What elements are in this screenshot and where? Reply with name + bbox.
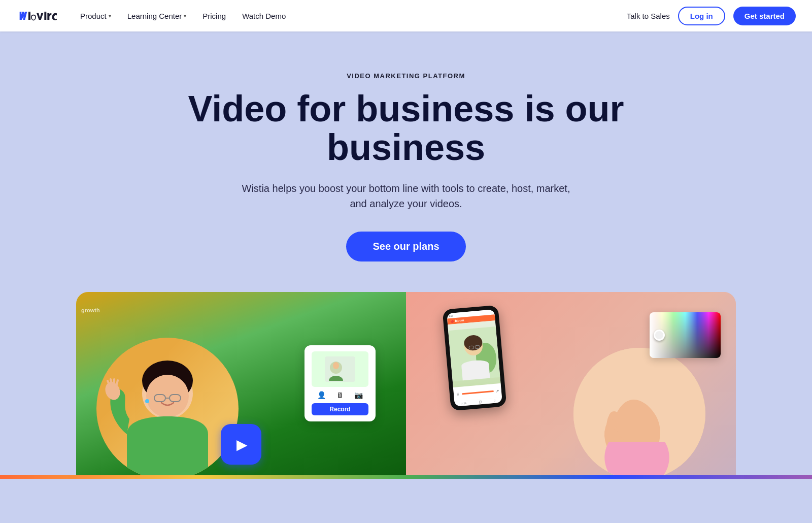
navbar: Product ▾ Learning Center ▾ Pricing Watc… [0, 0, 812, 31]
phone-screen: 2:15 🔴 bloom [447, 309, 502, 406]
hero-subtitle: Wistia helps you boost your bottom line … [233, 181, 579, 211]
svg-line-10 [117, 380, 118, 384]
growth-label: growth [81, 307, 100, 313]
video-showcase-section: growth [0, 292, 812, 475]
person-illustration-left [101, 348, 233, 475]
gradient-bar [0, 475, 812, 479]
video-container: growth [76, 292, 736, 475]
phone-like: ♡ 24 [461, 402, 466, 405]
person-illustration-right [573, 348, 705, 475]
record-button[interactable]: Record [312, 403, 368, 415]
phone-video-person [448, 320, 500, 387]
person-circle-left [96, 338, 239, 475]
nav-actions: Talk to Sales Log in Get started [627, 7, 796, 25]
color-picker-widget [650, 312, 721, 358]
svg-line-8 [111, 379, 112, 383]
hero-title: Video for business is our business [127, 90, 685, 167]
person-circle-right [573, 348, 705, 475]
record-card-thumbnail [312, 351, 368, 387]
bloom-logo: bloom [455, 319, 464, 323]
record-thumbnail-image [325, 356, 355, 382]
hero-section: VIDEO MARKETING PLATFORM Video for busin… [0, 31, 812, 292]
camera-icon: 📷 [354, 391, 363, 399]
phone-share: ⤴ [494, 399, 496, 402]
chevron-down-icon: ▾ [109, 13, 111, 19]
screen-icon: 🖥 [336, 391, 344, 399]
get-started-button[interactable]: Get started [733, 7, 796, 25]
chevron-down-icon: ▾ [184, 13, 186, 19]
phone-mockup: 2:15 🔴 bloom [442, 305, 506, 411]
login-button[interactable]: Log in [678, 7, 725, 25]
nav-learning-center[interactable]: Learning Center ▾ [120, 8, 194, 24]
phone-video-area [448, 320, 500, 387]
play-button[interactable] [221, 424, 261, 465]
svg-point-14 [333, 362, 339, 369]
nav-pricing[interactable]: Pricing [195, 8, 233, 24]
svg-point-11 [145, 399, 149, 403]
phone-body: 2:15 🔴 bloom [442, 305, 506, 411]
see-plans-button[interactable]: See our plans [346, 232, 465, 262]
nav-watch-demo[interactable]: Watch Demo [235, 8, 293, 24]
record-card: 👤 🖥 📷 Record [304, 345, 376, 421]
nav-links: Product ▾ Learning Center ▾ Pricing Watc… [73, 8, 627, 24]
person-icon: 👤 [317, 391, 326, 399]
phone-share-icon: ↗ [495, 388, 499, 394]
svg-line-7 [108, 381, 109, 384]
hero-eyebrow: VIDEO MARKETING PLATFORM [10, 72, 802, 80]
nav-product[interactable]: Product ▾ [73, 8, 118, 24]
phone-comment: 💬 [479, 400, 482, 404]
phone-play-icon: ⏸ [456, 391, 460, 397]
panel-left: growth [76, 292, 406, 475]
site-logo[interactable] [16, 9, 57, 23]
record-card-icons: 👤 🖥 📷 [312, 391, 368, 399]
svg-point-2 [146, 375, 189, 417]
talk-to-sales-link[interactable]: Talk to Sales [627, 12, 670, 20]
panel-right: 2:15 🔴 bloom [406, 292, 736, 475]
